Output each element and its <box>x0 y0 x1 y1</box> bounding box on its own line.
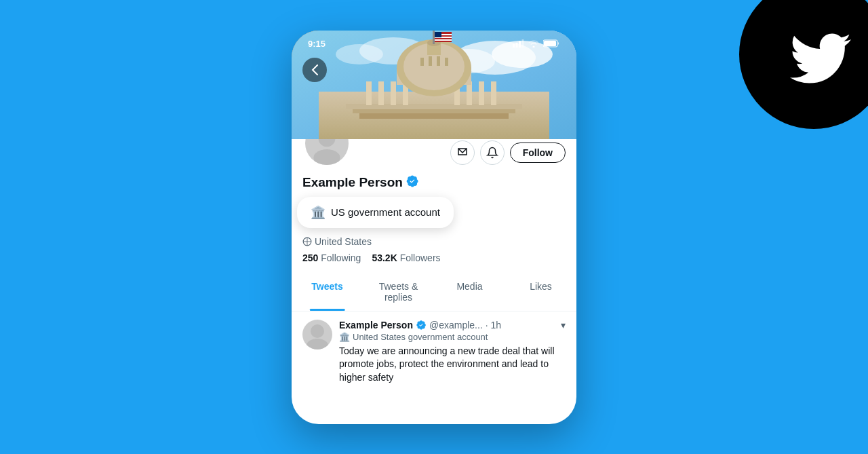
gov-label-text: US government account <box>331 206 440 218</box>
tabs: Tweets Tweets & replies Media Likes <box>292 273 576 311</box>
action-buttons: Follow <box>450 140 566 168</box>
location-row: United States <box>302 236 566 247</box>
svg-point-40 <box>313 149 340 166</box>
svg-rect-17 <box>378 81 384 105</box>
tweet-item: Example Person @example... · 1h ▾ 🏛️ Uni… <box>302 320 566 385</box>
followers-stat[interactable]: 53.2K Followers <box>372 252 440 263</box>
followers-label: Followers <box>400 252 441 263</box>
display-name: Example Person <box>302 174 566 191</box>
svg-rect-30 <box>445 58 448 66</box>
tab-likes[interactable]: Likes <box>505 273 576 311</box>
following-count: 250 <box>302 252 318 263</box>
tweet-feed: Example Person @example... · 1h ▾ 🏛️ Uni… <box>292 311 576 424</box>
tweet-verified-badge <box>416 320 427 330</box>
tweet-text: Today we are announcing a new trade deal… <box>339 345 566 385</box>
svg-rect-15 <box>359 113 509 119</box>
following-stat[interactable]: 250 Following <box>302 252 361 263</box>
tab-tweets[interactable]: Tweets <box>292 273 363 311</box>
svg-rect-2 <box>519 41 521 48</box>
svg-rect-28 <box>429 56 432 66</box>
verified-badge <box>406 174 419 191</box>
svg-rect-27 <box>420 58 424 66</box>
gov-label-pill: 🏛️ US government account <box>297 197 454 228</box>
wifi-icon <box>528 39 539 48</box>
flag-icon: 🏛️ <box>311 205 326 220</box>
tweet-avatar-icon <box>302 320 332 349</box>
following-label: Following <box>321 252 361 263</box>
signal-icon <box>513 39 524 48</box>
battery-icon <box>543 39 560 48</box>
location-text: United States <box>315 236 372 247</box>
status-icons <box>513 39 560 48</box>
tweet-flag-icon: 🏛️ <box>339 332 350 342</box>
svg-rect-14 <box>353 109 515 113</box>
tweet-content: Example Person @example... · 1h ▾ 🏛️ Uni… <box>339 320 566 385</box>
svg-rect-23 <box>491 81 496 105</box>
svg-rect-18 <box>391 81 396 105</box>
svg-point-43 <box>307 339 328 349</box>
tweet-chevron-icon: ▾ <box>561 320 566 330</box>
stats-row: 250 Following 53.2K Followers <box>302 252 566 263</box>
profile-section: Follow Example Person 🏛️ US government a… <box>292 139 576 311</box>
svg-point-42 <box>311 324 324 338</box>
svg-rect-29 <box>437 56 440 66</box>
back-button[interactable] <box>302 58 327 82</box>
svg-rect-16 <box>366 81 372 105</box>
tweet-gov-label-text: United States government account <box>353 332 488 342</box>
tab-media[interactable]: Media <box>434 273 505 311</box>
display-name-text: Example Person <box>302 175 403 190</box>
svg-rect-1 <box>516 43 518 48</box>
status-time: 9:15 <box>308 39 326 49</box>
svg-rect-3 <box>522 39 524 48</box>
status-bar: 9:15 <box>292 31 576 49</box>
tweet-gov-label: 🏛️ United States government account <box>339 332 566 342</box>
svg-rect-22 <box>479 81 484 105</box>
twitter-logo-circle <box>739 0 868 129</box>
tweet-header: Example Person @example... · 1h ▾ <box>339 320 566 330</box>
tweet-author-name: Example Person <box>339 320 413 330</box>
tweet-avatar <box>302 320 332 349</box>
tweet-time: · 1h <box>486 320 501 330</box>
location-icon <box>302 237 312 246</box>
tweet-author-handle: @example... <box>429 320 483 330</box>
svg-rect-5 <box>544 41 556 46</box>
svg-rect-21 <box>467 81 472 105</box>
notification-button[interactable] <box>480 140 505 165</box>
svg-rect-0 <box>513 44 515 48</box>
tab-tweets-replies[interactable]: Tweets & replies <box>363 273 434 311</box>
followers-count: 53.2K <box>372 252 397 263</box>
twitter-bird-icon <box>790 28 851 102</box>
message-button[interactable] <box>450 140 475 165</box>
phone-mockup: 9:15 <box>292 31 576 424</box>
follow-button[interactable]: Follow <box>510 143 566 163</box>
